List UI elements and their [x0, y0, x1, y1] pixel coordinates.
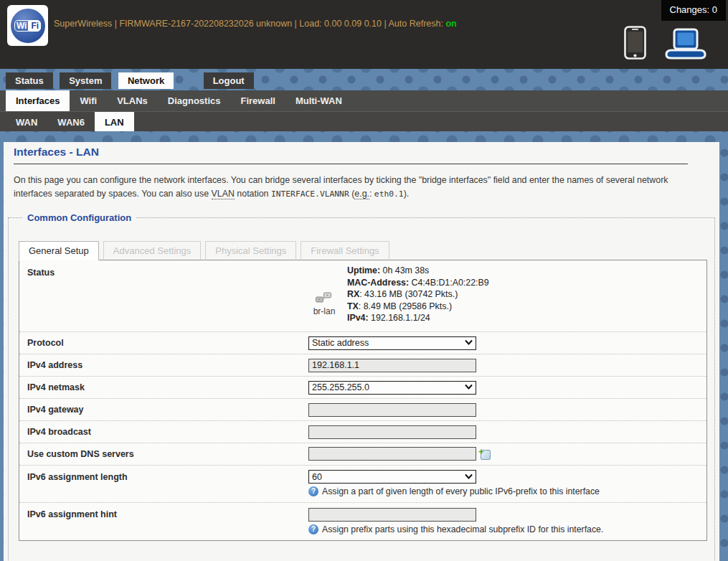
logo-fi-text: Fi: [29, 20, 41, 32]
row-ipv4-gateway: IPv4 gateway: [19, 399, 706, 421]
page-content: Interfaces - LAN On this page you can co…: [4, 142, 719, 561]
row-ipv4-address: IPv4 address: [19, 354, 706, 377]
subnav-multiwan[interactable]: Multi-WAN: [285, 90, 352, 111]
auto-refresh-state: on: [445, 19, 456, 29]
desc-code-2: eth0.1: [374, 189, 404, 199]
subnav-diagnostics[interactable]: Diagnostics: [158, 90, 231, 111]
tab-general-setup[interactable]: General Setup: [19, 241, 99, 260]
row-ipv6-length: IPv6 assignment length 60 ? Assign a par…: [19, 466, 706, 504]
status-line-text: SuperWireless | FIRMWARE-2167-2022082320…: [54, 19, 443, 29]
ipv6-hint-label: IPv6 assignment hint: [19, 507, 308, 519]
ipv6-length-label: IPv6 assignment length: [19, 470, 308, 482]
laptop-icon[interactable]: [665, 28, 706, 62]
ipv6-hint-help: ? Assign prefix parts using this hexadec…: [308, 524, 706, 534]
ipv4-address-label: IPv4 address: [19, 360, 308, 370]
ipv4-netmask-label: IPv4 netmask: [19, 382, 308, 392]
main-nav: Status System Network Logout: [0, 69, 728, 90]
ipv4-broadcast-label: IPv4 broadcast: [19, 427, 308, 437]
row-status: Status br-lan: [19, 260, 706, 332]
ipv6-hint-input[interactable]: [308, 508, 476, 522]
desc-text-4: :: [369, 189, 374, 199]
row-ipv4-broadcast: IPv4 broadcast: [19, 421, 706, 443]
page-title: Interfaces - LAN: [14, 142, 691, 159]
logo-wi-text: Wi: [14, 20, 29, 32]
ipv4-address-input[interactable]: [308, 359, 476, 372]
custom-dns-label: Use custom DNS servers: [19, 449, 308, 459]
network-subnav: Interfaces Wifi VLANs Diagnostics Firewa…: [0, 90, 728, 111]
tab-physical-settings[interactable]: Physical Settings: [205, 241, 296, 260]
protocol-select[interactable]: Static address: [308, 336, 476, 350]
row-ipv4-netmask: IPv4 netmask 255.255.255.0: [19, 377, 706, 399]
device-status-line: SuperWireless | FIRMWARE-2167-2022082320…: [54, 19, 457, 29]
tab-status[interactable]: Status: [6, 72, 53, 89]
tab-system[interactable]: System: [60, 72, 111, 89]
row-ipv6-hint: IPv6 assignment hint ? Assign prefix par…: [19, 503, 706, 540]
status-tx: TX: 8.49 MB (29586 Pkts.): [347, 301, 489, 313]
bridge-icon: [315, 292, 334, 306]
bridge-device-name: br-lan: [313, 306, 336, 316]
status-uptime: Uptime: 0h 43m 38s: [347, 265, 489, 277]
help-icon: ?: [308, 486, 318, 496]
desc-text-2: notation: [235, 189, 271, 199]
subnav-wifi[interactable]: Wifi: [70, 90, 107, 111]
status-mac: MAC-Address: C4:4B:D1:A0:22:B9: [347, 277, 489, 289]
ifacetab-wan[interactable]: WAN: [6, 112, 47, 131]
ipv4-gateway-label: IPv4 gateway: [19, 405, 308, 415]
eg-abbr: e.g.: [354, 189, 369, 199]
ipv4-netmask-select[interactable]: 255.255.255.0: [308, 381, 476, 395]
desc-text-5: ).: [404, 189, 410, 199]
wifi-logo: WiFi: [7, 5, 48, 46]
section-legend: Common Configuration: [23, 212, 136, 223]
header-bar: WiFi SuperWireless | FIRMWARE-2167-20220…: [0, 0, 728, 69]
ipv6-length-help: ? Assign a part of given length of every…: [308, 486, 706, 496]
ipv6-length-select[interactable]: 60: [308, 470, 476, 484]
tab-advanced-settings[interactable]: Advanced Settings: [103, 241, 201, 260]
subnav-firewall[interactable]: Firewall: [230, 90, 285, 111]
custom-dns-input[interactable]: [308, 447, 476, 461]
add-icon[interactable]: +: [478, 448, 491, 460]
bridge-device: br-lan: [308, 265, 340, 324]
common-configuration-section: Common Configuration General Setup Advan…: [8, 212, 715, 561]
interface-subnav: WAN WAN6 LAN: [0, 111, 728, 131]
row-custom-dns: Use custom DNS servers +: [19, 443, 706, 466]
interface-status: br-lan Uptime: 0h 43m 38s MAC-Address: C…: [308, 265, 706, 324]
status-ipv4: IPv4: 192.168.1.1/24: [347, 312, 489, 324]
tab-logout[interactable]: Logout: [204, 72, 254, 89]
tab-network[interactable]: Network: [118, 72, 174, 89]
status-details: Uptime: 0h 43m 38s MAC-Address: C4:4B:D1…: [347, 265, 489, 324]
ipv4-gateway-input[interactable]: [308, 403, 476, 417]
ifacetab-lan[interactable]: LAN: [95, 112, 134, 131]
tab-firewall-settings[interactable]: Firewall Settings: [301, 241, 389, 260]
config-form: Status br-lan: [19, 260, 707, 541]
ipv4-broadcast-input[interactable]: [308, 425, 476, 439]
changes-badge[interactable]: Changes: 0: [661, 0, 727, 21]
page-description: On this page you can configure the netwo…: [14, 174, 688, 201]
subnav-vlans[interactable]: VLANs: [107, 90, 158, 111]
status-label: Status: [19, 265, 308, 278]
subnav-interfaces[interactable]: Interfaces: [6, 90, 70, 111]
desc-code-1: INTERFACE.VLANNR: [271, 189, 349, 199]
ipv6-length-help-text: Assign a part of given length of every p…: [322, 486, 600, 496]
protocol-label: Protocol: [19, 338, 308, 348]
status-rx: RX: 43.16 MB (30742 Pkts.): [347, 288, 489, 301]
row-protocol: Protocol Static address: [19, 332, 706, 354]
ipv6-hint-help-text: Assign prefix parts using this hexadecim…: [322, 524, 603, 534]
vlan-abbr: VLAN: [212, 189, 235, 199]
help-icon: ?: [308, 524, 318, 534]
phone-icon[interactable]: [624, 26, 646, 62]
wifi-logo-icon: WiFi: [11, 9, 45, 43]
config-tabs: General Setup Advanced Settings Physical…: [19, 241, 707, 260]
ifacetab-wan6[interactable]: WAN6: [47, 112, 95, 131]
title-divider: [14, 164, 688, 164]
